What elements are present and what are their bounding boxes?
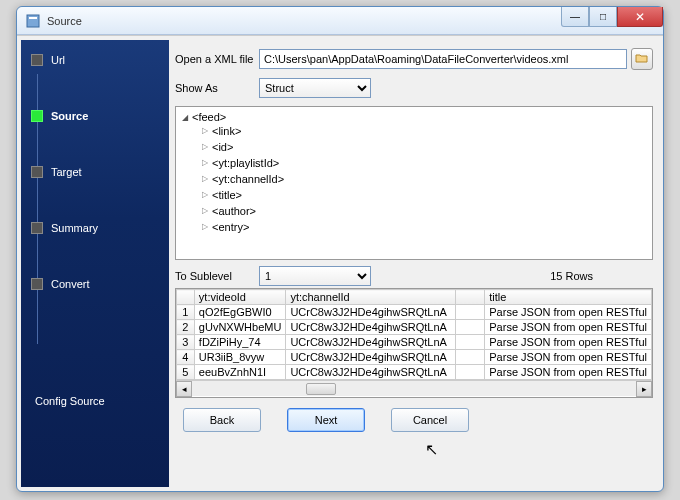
- sidebar-item-source[interactable]: Source: [31, 110, 159, 122]
- app-icon: [25, 13, 41, 29]
- cell-channelId[interactable]: UCrC8w3J2HDe4gihwSRQtLnA: [286, 350, 456, 365]
- main-panel: Open a XML file Show As Struct <feed> <l…: [169, 40, 659, 487]
- step-box-icon: [31, 278, 43, 290]
- sidebar-item-url[interactable]: Url: [31, 54, 159, 66]
- table-row[interactable]: 1qO2fEgGBWI0UCrC8w3J2HDe4gihwSRQtLnAPars…: [177, 305, 652, 320]
- table-row[interactable]: 4UR3iiB_8vywUCrC8w3J2HDe4gihwSRQtLnAPars…: [177, 350, 652, 365]
- row-number: 2: [177, 320, 195, 335]
- xml-tree[interactable]: <feed> <link> <id> <yt:playlistId> <yt:c…: [175, 106, 653, 260]
- browse-button[interactable]: [631, 48, 653, 70]
- scroll-right-arrow-icon[interactable]: ▸: [636, 381, 652, 397]
- wizard-sidebar: Url Source Target Summary Convert Config…: [21, 40, 169, 487]
- column-header[interactable]: [456, 290, 485, 305]
- row-number: 3: [177, 335, 195, 350]
- step-box-icon: [31, 222, 43, 234]
- step-box-icon: [31, 110, 43, 122]
- tree-node[interactable]: <yt:playlistId>: [202, 155, 646, 171]
- step-box-icon: [31, 166, 43, 178]
- cell-blank[interactable]: [456, 320, 485, 335]
- row-number: 1: [177, 305, 195, 320]
- scroll-left-arrow-icon[interactable]: ◂: [176, 381, 192, 397]
- cell-videoId[interactable]: UR3iiB_8vyw: [194, 350, 286, 365]
- cell-title[interactable]: Parse JSON from open RESTful: [485, 350, 652, 365]
- sidebar-item-label: Source: [51, 110, 88, 122]
- table-row[interactable]: 5eeuBvZnhN1IUCrC8w3J2HDe4gihwSRQtLnAPars…: [177, 365, 652, 380]
- sidebar-item-summary[interactable]: Summary: [31, 222, 159, 234]
- column-header[interactable]: yt:channelId: [286, 290, 456, 305]
- svg-rect-1: [29, 17, 37, 19]
- cell-title[interactable]: Parse JSON from open RESTful: [485, 320, 652, 335]
- cell-title[interactable]: Parse JSON from open RESTful: [485, 365, 652, 380]
- cell-title[interactable]: Parse JSON from open RESTful: [485, 335, 652, 350]
- minimize-button[interactable]: ―: [561, 7, 589, 27]
- tree-node[interactable]: <title>: [202, 187, 646, 203]
- scroll-thumb[interactable]: [306, 383, 336, 395]
- cell-blank[interactable]: [456, 335, 485, 350]
- open-file-label: Open a XML file: [175, 53, 259, 65]
- sidebar-item-label: Url: [51, 54, 65, 66]
- tree-root[interactable]: <feed>: [182, 111, 646, 123]
- file-path-input[interactable]: [259, 49, 627, 69]
- cell-videoId[interactable]: gUvNXWHbeMU: [194, 320, 286, 335]
- config-source-label: Config Source: [35, 395, 105, 407]
- sidebar-item-label: Summary: [51, 222, 98, 234]
- row-header: [177, 290, 195, 305]
- cell-videoId[interactable]: eeuBvZnhN1I: [194, 365, 286, 380]
- folder-open-icon: [635, 52, 649, 66]
- sidebar-item-label: Convert: [51, 278, 90, 290]
- sidebar-item-target[interactable]: Target: [31, 166, 159, 178]
- show-as-label: Show As: [175, 82, 259, 94]
- table-row[interactable]: 2gUvNXWHbeMUUCrC8w3J2HDe4gihwSRQtLnAPars…: [177, 320, 652, 335]
- show-as-select[interactable]: Struct: [259, 78, 371, 98]
- cell-videoId[interactable]: fDZiPiHy_74: [194, 335, 286, 350]
- window-title: Source: [47, 15, 82, 27]
- column-header[interactable]: title: [485, 290, 652, 305]
- cell-blank[interactable]: [456, 305, 485, 320]
- titlebar[interactable]: Source ― □ ✕: [17, 7, 663, 35]
- tree-node[interactable]: <entry>: [202, 219, 646, 235]
- cell-channelId[interactable]: UCrC8w3J2HDe4gihwSRQtLnA: [286, 320, 456, 335]
- tree-node[interactable]: <id>: [202, 139, 646, 155]
- cell-blank[interactable]: [456, 350, 485, 365]
- sidebar-item-convert[interactable]: Convert: [31, 278, 159, 290]
- cell-videoId[interactable]: qO2fEgGBWI0: [194, 305, 286, 320]
- row-number: 4: [177, 350, 195, 365]
- sublevel-select[interactable]: 1: [259, 266, 371, 286]
- maximize-button[interactable]: □: [589, 7, 617, 27]
- cell-channelId[interactable]: UCrC8w3J2HDe4gihwSRQtLnA: [286, 365, 456, 380]
- tree-node[interactable]: <yt:channelId>: [202, 171, 646, 187]
- table-row[interactable]: 3fDZiPiHy_74UCrC8w3J2HDe4gihwSRQtLnAPars…: [177, 335, 652, 350]
- column-header[interactable]: yt:videoId: [194, 290, 286, 305]
- cell-blank[interactable]: [456, 365, 485, 380]
- wizard-window: Source ― □ ✕ Url Source Target Summa: [16, 6, 664, 492]
- close-button[interactable]: ✕: [617, 7, 663, 27]
- data-grid[interactable]: yt:videoId yt:channelId title 1qO2fEgGBW…: [175, 288, 653, 398]
- cell-title[interactable]: Parse JSON from open RESTful: [485, 305, 652, 320]
- svg-rect-0: [27, 15, 39, 27]
- cell-channelId[interactable]: UCrC8w3J2HDe4gihwSRQtLnA: [286, 305, 456, 320]
- tree-node[interactable]: <link>: [202, 123, 646, 139]
- tree-node[interactable]: <author>: [202, 203, 646, 219]
- row-number: 5: [177, 365, 195, 380]
- step-box-icon: [31, 54, 43, 66]
- cell-channelId[interactable]: UCrC8w3J2HDe4gihwSRQtLnA: [286, 335, 456, 350]
- cancel-button[interactable]: Cancel: [391, 408, 469, 432]
- back-button[interactable]: Back: [183, 408, 261, 432]
- sidebar-item-label: Target: [51, 166, 82, 178]
- next-button[interactable]: Next: [287, 408, 365, 432]
- horizontal-scrollbar[interactable]: ◂ ▸: [176, 380, 652, 396]
- row-count-label: 15 Rows: [550, 270, 593, 282]
- to-sublevel-label: To Sublevel: [175, 270, 259, 282]
